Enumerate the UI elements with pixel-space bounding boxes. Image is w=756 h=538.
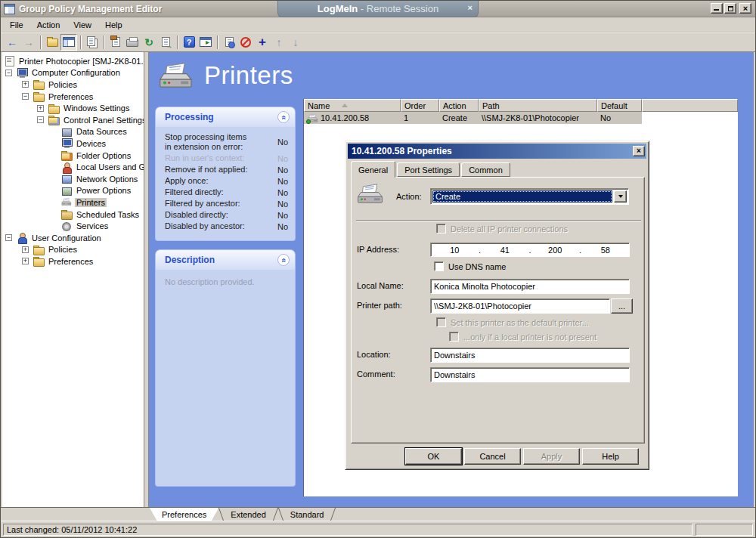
tree-item-label[interactable]: Windows Settings	[62, 104, 131, 113]
tree-item-services[interactable]: Services	[2, 220, 144, 232]
add-icon[interactable]: +	[254, 34, 271, 51]
restore-button[interactable]	[724, 3, 736, 14]
tree-item-folder-options[interactable]: Folder Options	[2, 150, 144, 162]
column-header-path[interactable]: Path	[479, 99, 597, 112]
cancel-button[interactable]: Cancel	[464, 448, 521, 465]
tree-item-label[interactable]: Preferences	[47, 92, 94, 101]
tree-item-policies[interactable]: +Policies	[2, 244, 144, 256]
show-window-icon[interactable]	[197, 34, 214, 51]
tree-item-devices[interactable]: Devices	[2, 138, 144, 150]
browse-button[interactable]: ...	[611, 298, 633, 314]
tree-item-label[interactable]: Folder Options	[75, 151, 132, 160]
ok-button[interactable]: OK	[405, 448, 462, 465]
menu-item-file[interactable]: File	[3, 18, 30, 32]
view-tab-extended[interactable]: Extended	[218, 508, 277, 521]
help-button[interactable]: Help	[582, 448, 639, 465]
default-printer-checkbox[interactable]	[436, 317, 446, 327]
action-select[interactable]: Create	[430, 188, 629, 205]
expand-toggle[interactable]: +	[22, 81, 29, 88]
expand-toggle[interactable]: +	[22, 258, 29, 264]
local-name-field[interactable]	[430, 279, 630, 294]
tree-item-label[interactable]: Printer Photocopier [SMJ-2K8-01.S	[17, 57, 144, 66]
close-button[interactable]	[739, 3, 751, 14]
tree-item-label[interactable]: User Configuration	[30, 233, 103, 243]
tree-item-preferences[interactable]: +Preferences	[2, 255, 144, 267]
tree-item-windows-settings[interactable]: +Windows Settings	[2, 102, 144, 114]
column-header-order[interactable]: Order	[401, 99, 439, 112]
tree-item-data-sources[interactable]: Data Sources	[2, 126, 144, 138]
copy-icon[interactable]	[84, 34, 101, 51]
view-tab-preferences[interactable]: Preferences	[150, 508, 218, 521]
refresh-icon[interactable]: ↻	[141, 34, 157, 51]
collapse-chevron-icon[interactable]: «	[277, 111, 290, 123]
tree-item-label[interactable]: Policies	[47, 80, 79, 89]
comment-field[interactable]	[430, 367, 630, 382]
view-tab-standard[interactable]: Standard	[278, 508, 336, 521]
menu-item-help[interactable]: Help	[98, 18, 129, 32]
tree-item-label[interactable]: Policies	[47, 245, 79, 254]
dialog-tab-general[interactable]: General	[351, 161, 395, 178]
tree-item-label[interactable]: Devices	[75, 139, 107, 148]
move-down-icon[interactable]: ↓	[287, 34, 304, 51]
menu-item-action[interactable]: Action	[30, 18, 67, 32]
tree-item-label[interactable]: Computer Configuration	[30, 68, 122, 77]
tree-item-label[interactable]: Services	[75, 221, 110, 230]
ip-address-field[interactable]: 10.41.200.58	[430, 243, 630, 257]
tree-item-label[interactable]: Power Options	[75, 186, 132, 195]
ip-octet[interactable]: 10	[431, 246, 479, 255]
dialog-tab-common[interactable]: Common	[461, 162, 510, 177]
tree-item-label[interactable]: Local Users and Gro	[75, 162, 144, 172]
tree-item-label[interactable]: Scheduled Tasks	[75, 210, 141, 219]
tree-item-label[interactable]: Network Options	[75, 175, 139, 184]
tree-item-user-configuration[interactable]: −User Configuration	[2, 232, 144, 244]
tree-item-printer-photocopier-smj-2k8-01-s[interactable]: Printer Photocopier [SMJ-2K8-01.S	[2, 55, 144, 67]
delete-all-checkbox[interactable]	[436, 224, 446, 233]
up-one-level-icon[interactable]	[44, 34, 60, 51]
tree-item-computer-configuration[interactable]: −Computer Configuration	[2, 67, 144, 79]
ip-octet[interactable]: 58	[582, 246, 630, 255]
properties-icon[interactable]	[221, 34, 237, 51]
column-header-name[interactable]: Name	[304, 99, 401, 112]
expand-toggle[interactable]: +	[22, 246, 29, 253]
tree-item-printers[interactable]: Printers	[2, 196, 144, 209]
printer-path-field[interactable]	[430, 298, 610, 314]
column-header-action[interactable]: Action	[439, 99, 479, 112]
tree-item-scheduled-tasks[interactable]: Scheduled Tasks	[2, 209, 144, 221]
help-icon[interactable]: ?	[181, 34, 197, 51]
tree-item-control-panel-settings[interactable]: −Control Panel Settings	[2, 114, 144, 126]
apply-button[interactable]: Apply	[523, 448, 580, 465]
back-icon[interactable]: ←	[4, 34, 20, 51]
use-dns-checkbox[interactable]	[434, 261, 444, 271]
tree-item-label[interactable]: Control Panel Settings	[62, 116, 144, 125]
tree-item-label[interactable]: Printers	[75, 198, 107, 207]
tree-item-preferences[interactable]: −Preferences	[2, 91, 144, 103]
delete-icon[interactable]	[237, 34, 254, 51]
location-field[interactable]	[430, 348, 630, 363]
paste-icon[interactable]	[107, 34, 124, 51]
tree-item-power-options[interactable]: Power Options	[2, 185, 144, 197]
expand-toggle[interactable]: −	[22, 93, 29, 100]
ip-octet[interactable]: 200	[531, 246, 579, 255]
menu-item-view[interactable]: View	[67, 18, 98, 32]
tree-item-policies[interactable]: +Policies	[2, 79, 144, 91]
dialog-close-icon[interactable]	[633, 146, 645, 156]
expand-toggle[interactable]: −	[5, 234, 12, 241]
tree-item-network-options[interactable]: Network Options	[2, 173, 144, 185]
column-header-default[interactable]: Default	[597, 99, 642, 112]
ip-octet[interactable]: 41	[482, 246, 529, 255]
tree-item-label[interactable]: Preferences	[47, 257, 94, 266]
only-if-local-checkbox[interactable]	[449, 332, 459, 342]
dialog-tab-port-settings[interactable]: Port Settings	[397, 162, 460, 177]
expand-toggle[interactable]: −	[37, 116, 44, 123]
forward-icon[interactable]: →	[20, 34, 37, 51]
table-row[interactable]: 10.41.200.581Create\\SMJ-2K8-01\Photocop…	[304, 112, 738, 124]
expand-toggle[interactable]: +	[37, 105, 44, 112]
move-up-icon[interactable]: ↑	[271, 34, 287, 51]
dropdown-arrow-icon[interactable]	[614, 190, 627, 203]
minimize-button[interactable]	[711, 3, 723, 14]
export-list-icon[interactable]	[157, 34, 174, 51]
print-icon[interactable]	[124, 34, 141, 51]
tree-item-label[interactable]: Data Sources	[75, 127, 129, 136]
show-console-tree-icon[interactable]	[60, 34, 77, 51]
logmein-close-icon[interactable]: ×	[468, 3, 472, 12]
